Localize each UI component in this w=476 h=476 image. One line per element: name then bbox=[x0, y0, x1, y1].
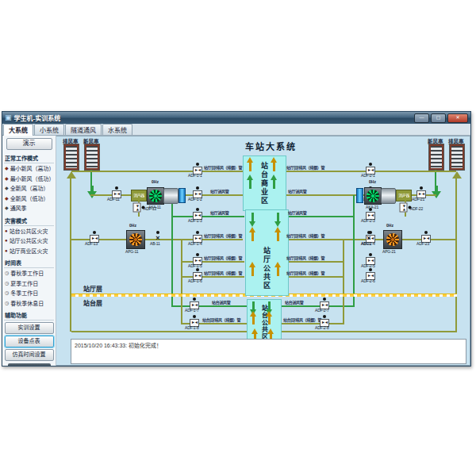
fan-tag: AKA-21 bbox=[366, 205, 378, 209]
platform-exhaust-pipe bbox=[280, 323, 344, 324]
desktop: ▣ 学生机-实训系统 — ▢ ✕ 大系统 小系统 隧道通风 水系统 演示 正常工… bbox=[0, 0, 476, 476]
mode-hall-fire[interactable]: ●站厅公共区火灾 bbox=[4, 236, 54, 246]
smoke-exhaust-fan-icon[interactable] bbox=[126, 230, 145, 249]
fan-frequency: 0Hz bbox=[386, 223, 393, 228]
partial-item[interactable] bbox=[8, 363, 51, 366]
damper-tag: ADF-23 bbox=[416, 241, 429, 246]
damper-tag: ADF-2-6 bbox=[361, 278, 375, 283]
exhaust-up-arrow bbox=[455, 176, 459, 177]
mode-commercial-fire[interactable]: ●站厅商业区火灾 bbox=[4, 246, 54, 256]
platform-floor-label: 站台层 bbox=[83, 298, 102, 307]
pipe-label: 站台回/排风（排烟）管 bbox=[283, 317, 321, 322]
exhaust-arrow bbox=[277, 232, 279, 241]
diagram-title: 车站大系统 bbox=[245, 140, 297, 152]
fresh-down-arrow bbox=[435, 186, 438, 194]
damper-tag: ADF-1-7 bbox=[185, 308, 199, 313]
schedule-winter-workday[interactable]: ◷冬季工作日 bbox=[4, 288, 54, 298]
damper-tag: ADF-21 bbox=[412, 197, 424, 202]
supply-arrow bbox=[268, 301, 271, 310]
tab-water-system[interactable]: 水系统 bbox=[102, 124, 132, 135]
supply-fan-icon[interactable] bbox=[364, 187, 382, 205]
butterfly-valve-icon[interactable]: × bbox=[363, 231, 375, 241]
app-window: ▣ 学生机-实训系统 — ▢ ✕ 大系统 小系统 隧道通风 水系统 演示 正常工… bbox=[2, 111, 471, 367]
pipe-label: 站厅送风管 bbox=[210, 209, 229, 215]
pipe-label: 站厅送风管 bbox=[288, 209, 307, 215]
window-title: 学生机-实训系统 bbox=[14, 113, 413, 122]
section-aux: 辅助功能 bbox=[4, 309, 54, 321]
platform-supply-pipe bbox=[171, 305, 247, 307]
hall-floor-label: 站厅层 bbox=[83, 284, 102, 293]
mode-platform-fire[interactable]: ●站台公共区火灾 bbox=[4, 226, 54, 236]
exhaust-arrow bbox=[268, 316, 271, 324]
mode-all-fresh-low[interactable]: ◆全新风（低功） bbox=[4, 194, 54, 204]
damper-tag: ADF-1-2 bbox=[188, 197, 202, 202]
fan-frequency: 0Hz bbox=[152, 179, 159, 184]
exhaust-arrow bbox=[252, 316, 255, 324]
damper-tag: ADF-1-3 bbox=[188, 218, 202, 223]
damper-tag: ADF-1-4 bbox=[188, 241, 202, 246]
close-button[interactable]: ✕ bbox=[447, 113, 468, 123]
calendar-icon: ◷ bbox=[5, 281, 9, 286]
log-entry: 2015/10/20 16:43:33: 初始化完成！ bbox=[75, 343, 162, 348]
supply-trunk-pipe bbox=[171, 195, 173, 307]
fan-frequency: 0Hz bbox=[369, 179, 376, 184]
exhaust-trunk-pipe bbox=[181, 240, 182, 324]
pipe-label: 站台送风管 bbox=[285, 299, 304, 305]
app-icon: ▣ bbox=[5, 114, 12, 121]
demo-button[interactable]: 演示 bbox=[6, 138, 52, 150]
fire-icon: ● bbox=[5, 238, 8, 243]
event-log[interactable]: 2015/10/20 16:43:33: 初始化完成！ bbox=[71, 339, 466, 364]
hall-exhaust-pipe bbox=[71, 171, 243, 172]
pipe-label: 站厅回/排风（排烟）管 bbox=[286, 164, 324, 170]
sim-time-setup-button[interactable]: 仿真时间设置 bbox=[5, 349, 54, 361]
damper-tag: ADF-1-6 bbox=[188, 278, 202, 283]
mode-vent-season[interactable]: ◆通风季 bbox=[4, 203, 54, 213]
fan-mode-icon: ◆ bbox=[5, 205, 9, 210]
exhaust-arrow bbox=[277, 267, 279, 276]
schedule-summer-workday[interactable]: ◷夏季工作日 bbox=[4, 278, 54, 289]
sidebar: 演示 正常工作模式 ◆最小新风（高功） ◆最小新风（低功） ◆全新风（高功） ◆… bbox=[2, 136, 56, 366]
calendar-icon: ◷ bbox=[5, 290, 9, 295]
tab-small-system[interactable]: 小系统 bbox=[34, 124, 64, 135]
schedule-spring-autumn-workday[interactable]: ◷春秋季工作日 bbox=[4, 268, 54, 278]
fan-mode-icon: ◆ bbox=[5, 196, 9, 201]
pipe-label: 站厅回/排风（排烟）管 bbox=[286, 255, 324, 260]
exhaust-riser-pipe bbox=[70, 176, 71, 332]
maximize-button[interactable]: ▢ bbox=[431, 113, 446, 123]
supply-trunk-pipe bbox=[353, 195, 355, 307]
smoke-exhaust-fan-icon[interactable] bbox=[383, 230, 402, 249]
valve-tag: AB-21 bbox=[361, 241, 371, 246]
fan-frequency: 0Hz bbox=[129, 223, 136, 228]
damper-tag: ADF-13 bbox=[85, 241, 98, 246]
butterfly-valve-icon[interactable]: × bbox=[152, 231, 164, 241]
pipe-label: 站厅送风管 bbox=[210, 188, 229, 194]
training-setup-button[interactable]: 实训设置 bbox=[5, 322, 54, 334]
schedule-spring-autumn-holiday[interactable]: ◷春秋季休息日 bbox=[4, 298, 54, 309]
title-bar[interactable]: ▣ 学生机-实训系统 — ▢ ✕ bbox=[2, 112, 470, 124]
fan-casing bbox=[381, 188, 396, 204]
fan-mode-icon: ◆ bbox=[5, 166, 9, 171]
fan-mode-icon: ◆ bbox=[5, 186, 9, 190]
pipe-label: 站台送风管 bbox=[212, 299, 231, 305]
tab-big-system[interactable]: 大系统 bbox=[3, 124, 33, 136]
minimize-button[interactable]: — bbox=[414, 113, 429, 123]
mode-min-fresh-low[interactable]: ◆最小新风（低功） bbox=[4, 174, 54, 184]
supply-fan-icon[interactable] bbox=[147, 187, 164, 205]
tab-tunnel-vent[interactable]: 隧道通风 bbox=[65, 124, 102, 135]
fan-tag: APG-11 bbox=[125, 249, 138, 254]
mode-all-fresh-high[interactable]: ◆全新风（高功） bbox=[4, 183, 54, 194]
pipe-label: 站厅回/排风（排烟）管 bbox=[204, 232, 242, 238]
fresh-shaft-icon bbox=[85, 144, 99, 170]
damper-tag: ADF-2-8 bbox=[315, 325, 329, 330]
section-disaster-modes: 灾害模式 bbox=[4, 215, 54, 226]
device-point-table-button[interactable]: 设备点表 bbox=[5, 336, 54, 347]
mode-min-fresh-high[interactable]: ◆最小新风（高功） bbox=[4, 163, 54, 174]
exhaust-riser-pipe bbox=[455, 176, 457, 332]
hall-exhaust-pipe bbox=[282, 261, 344, 263]
exhaust-shaft-icon bbox=[64, 144, 79, 170]
silencer-box[interactable]: 消声器 bbox=[396, 190, 412, 202]
calendar-icon: ◷ bbox=[5, 301, 9, 305]
diagram-canvas: 车站大系统 排风亭 新风亭 新风亭 排风亭 bbox=[56, 136, 470, 366]
fan-casing bbox=[163, 188, 178, 204]
damper-tag: ADF-2-3 bbox=[361, 218, 375, 223]
